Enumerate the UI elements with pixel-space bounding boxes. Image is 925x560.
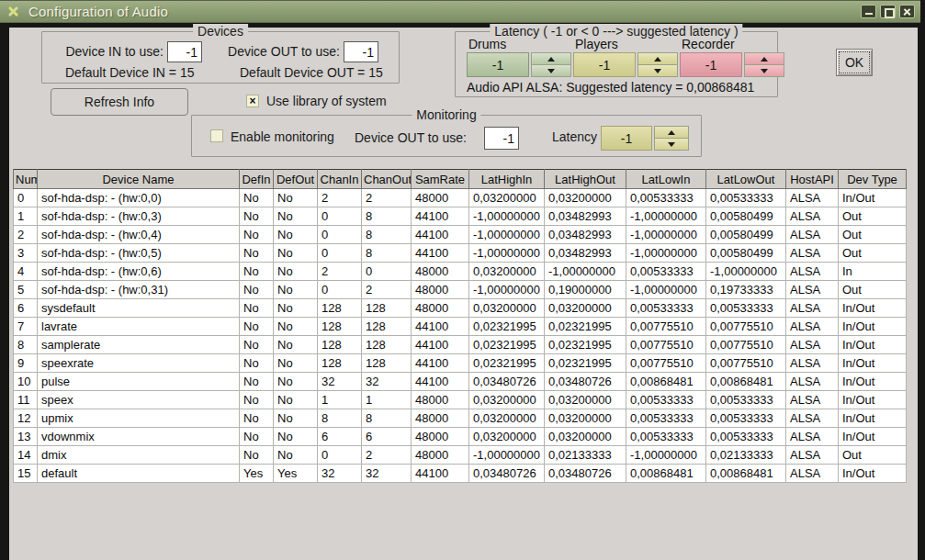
default-device-out-text: Default Device OUT = 15 [240,65,383,80]
table-row[interactable]: 13vdownmixNoNo66480000,032000000,0320000… [14,428,907,446]
table-cell: ALSA [786,244,839,263]
table-cell: 0,03482993 [545,207,626,226]
table-cell: 8 [362,207,412,226]
table-cell: 0,03480726 [469,465,545,483]
table-cell: -1,00000000 [706,263,786,281]
table-row[interactable]: 8samplerateNoNo128128441000,023219950,02… [14,336,907,354]
table-cell: sof-hda-dsp: - (hw:0,31) [38,281,240,299]
table-cell: No [240,318,274,336]
table-row[interactable]: 0sof-hda-dsp: - (hw:0,0)NoNo22480000,032… [14,189,907,207]
table-cell: 2 [362,281,412,299]
device-in-input[interactable] [167,41,202,62]
table-cell: No [240,428,274,446]
table-cell: 0,02321995 [469,354,545,373]
table-cell: 0,00533333 [706,189,786,207]
table-cell: 8 [318,409,362,428]
table-cell: 0,03200000 [469,299,545,318]
enable-monitoring-checkbox[interactable] [210,129,223,142]
use-library-checkbox[interactable]: × [246,95,259,107]
table-cell: Out [839,226,907,244]
table-cell: samplerate [38,336,240,354]
minimize-icon[interactable] [861,5,876,18]
drums-latency-value[interactable]: -1 [467,52,529,77]
recorder-latency-value[interactable]: -1 [680,52,742,77]
table-cell: 5 [14,281,38,299]
table-cell: 0,00868481 [706,465,786,483]
table-row[interactable]: 5sof-hda-dsp: - (hw:0,31)NoNo0248000-1,0… [14,281,907,299]
table-cell: In [839,263,907,281]
players-latency-spinner: -1 [573,52,678,77]
table-cell: No [240,263,274,281]
table-cell: ALSA [786,391,839,409]
close-icon[interactable] [899,5,915,18]
drums-spin-down-button[interactable] [531,65,571,77]
table-cell: 48000 [412,299,469,318]
window-title: Configuration of Audio [28,4,168,19]
table-row[interactable]: 14dmixNoNo0248000-1,000000000,02133333-1… [14,446,907,465]
table-row[interactable]: 7lavrateNoNo128128441000,023219950,02321… [14,318,907,336]
table-cell: Out [839,281,907,299]
table-cell: 13 [14,428,38,446]
arrow-up-icon [668,130,675,135]
table-row[interactable]: 10pulseNoNo3232441000,034807260,03480726… [14,373,907,391]
maximize-icon[interactable] [880,5,896,18]
device-out-input[interactable] [344,41,378,62]
table-cell: 0,03200000 [469,391,545,409]
table-cell: 0,00580499 [706,226,786,244]
table-row[interactable]: 4sof-hda-dsp: - (hw:0,6)NoNo20480000,032… [14,263,907,281]
table-row[interactable]: 15defaultYesYes3232441000,034807260,0348… [14,465,907,483]
table-cell: No [274,428,318,446]
table-cell: Out [839,244,907,263]
players-spin-up-button[interactable] [637,52,678,65]
table-cell: 0,03200000 [545,428,626,446]
table-cell: 128 [362,318,412,336]
table-cell: default [38,465,240,483]
table-row[interactable]: 11speexNoNo11480000,032000000,032000000,… [14,391,907,409]
players-label: Players [575,37,618,51]
column-header: ChanOut [362,170,412,189]
table-cell: 0,00775510 [706,354,786,373]
table-cell: No [240,281,274,299]
monitoring-spin-up-button[interactable] [654,126,689,139]
table-cell: 44100 [412,244,469,263]
table-cell: 0,00775510 [706,336,786,354]
table-cell: In/Out [839,391,907,409]
table-cell: ALSA [786,336,839,354]
table-cell: In/Out [839,318,907,336]
table-cell: 0 [318,281,362,299]
device-table-body: 0sof-hda-dsp: - (hw:0,0)NoNo22480000,032… [14,189,907,483]
monitoring-device-out-input[interactable] [484,127,519,150]
table-cell: 128 [362,354,412,373]
recorder-spin-up-button[interactable] [744,52,784,65]
table-cell: -1,00000000 [469,207,545,226]
table-row[interactable]: 6sysdefaultNoNo128128480000,032000000,03… [14,299,907,318]
table-row[interactable]: 3sof-hda-dsp: - (hw:0,5)NoNo0844100-1,00… [14,244,907,263]
table-row[interactable]: 1sof-hda-dsp: - (hw:0,3)NoNo0844100-1,00… [14,207,907,226]
table-cell: -1,00000000 [469,446,545,465]
tools-icon [6,4,21,19]
table-row[interactable]: 12upmixNoNo88480000,032000000,032000000,… [14,409,907,428]
arrow-up-icon [547,57,555,62]
table-cell: 0,00533333 [626,409,706,428]
table-cell: In/Out [839,409,907,428]
table-cell: 0,00533333 [626,391,706,409]
table-cell: 0,19733333 [706,281,786,299]
table-cell: 48000 [412,428,469,446]
players-spin-down-button[interactable] [637,65,678,77]
players-latency-value[interactable]: -1 [573,52,636,77]
window-titlebar[interactable]: Configuration of Audio [0,0,920,23]
ok-button[interactable]: OK [836,49,873,76]
table-cell: 0,00868481 [626,373,706,391]
table-cell: 44100 [412,207,469,226]
arrow-up-icon [761,57,768,62]
drums-spin-up-button[interactable] [531,52,571,65]
table-cell: 0,03200000 [469,189,545,207]
monitoring-spin-down-button[interactable] [654,139,689,151]
monitoring-latency-value[interactable]: -1 [601,126,652,151]
table-cell: -1,00000000 [626,244,706,263]
refresh-info-button[interactable]: Refresh Info [51,88,188,116]
table-cell: 0,00533333 [706,391,786,409]
recorder-spin-down-button[interactable] [744,65,784,77]
table-row[interactable]: 2sof-hda-dsp: - (hw:0,4)NoNo0844100-1,00… [14,226,907,244]
table-row[interactable]: 9speexrateNoNo128128441000,023219950,023… [14,354,907,373]
